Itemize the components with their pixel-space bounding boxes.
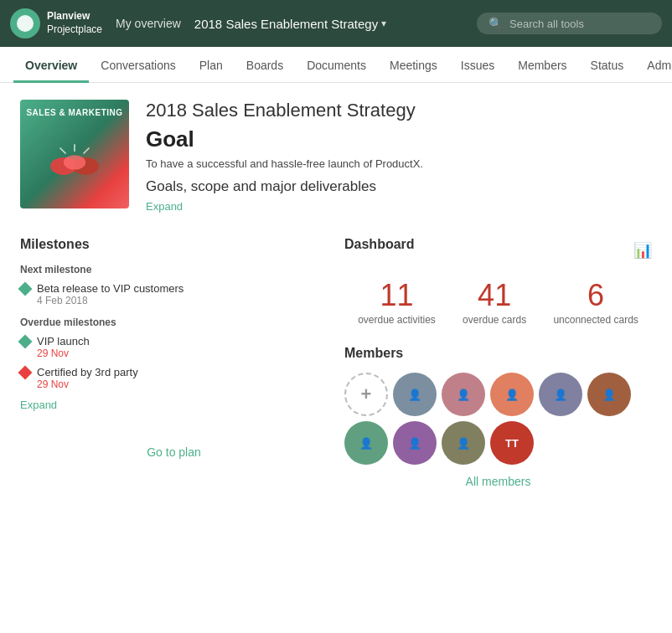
project-selector-label: 2018 Sales Enablement Strategy [194, 17, 378, 31]
milestone-diamond-green [18, 282, 33, 296]
milestone-diamond-green-2 [18, 335, 33, 349]
go-to-plan-link[interactable]: Go to plan [20, 445, 328, 459]
avatars-grid: + 👤 👤 👤 👤 👤 [344, 373, 652, 465]
dashboard-header: Dashboard 📊 [344, 237, 652, 264]
avatar-face-1: 👤 [408, 389, 421, 401]
avatar-face-4: 👤 [554, 389, 567, 401]
next-milestone-date: 4 Feb 2018 [37, 295, 184, 306]
avatar-face-5: 👤 [602, 389, 616, 401]
overdue-milestone-1-date: 29 Nov [37, 347, 90, 359]
svg-line-4 [60, 148, 66, 154]
overdue-milestone-2-date: 29 Nov [37, 378, 138, 390]
top-bar: Planview Projectplace My overview 2018 S… [0, 0, 672, 47]
milestones-expand-link[interactable]: Expand [20, 399, 57, 411]
tab-boards[interactable]: Boards [235, 47, 295, 82]
stat-overdue-activities-number: 11 [358, 280, 436, 311]
stat-unconnected-cards: 6 unconnected cards [553, 280, 638, 326]
project-image-label: SALES & MARKETING [20, 108, 129, 117]
avatar-face-3: 👤 [505, 389, 519, 401]
tab-administration[interactable]: Administration [635, 47, 672, 82]
member-avatar-2[interactable]: 👤 [442, 373, 485, 416]
stat-overdue-cards: 41 overdue cards [463, 280, 526, 326]
member-avatar-4[interactable]: 👤 [539, 373, 582, 416]
overdue-milestone-2: Certified by 3rd party 29 Nov [20, 366, 328, 390]
member-avatar-3[interactable]: 👤 [490, 373, 534, 416]
member-avatar-6[interactable]: 👤 [344, 421, 388, 465]
project-info: 2018 Sales Enablement Strategy Goal To h… [146, 100, 652, 214]
svg-point-2 [64, 155, 85, 170]
tab-documents[interactable]: Documents [295, 47, 378, 82]
stat-overdue-activities: 11 overdue activities [358, 280, 436, 326]
right-col: Dashboard 📊 11 overdue activities 41 ove… [344, 237, 652, 488]
goal-description: To have a successful and hassle-free lau… [146, 157, 652, 170]
tab-meetings[interactable]: Meetings [378, 47, 449, 82]
tab-status[interactable]: Status [579, 47, 636, 82]
member-avatar-1[interactable]: 👤 [393, 373, 437, 416]
goals-subheading: Goals, scope and major deliverables [146, 178, 652, 195]
tab-overview[interactable]: Overview [13, 47, 89, 82]
add-member-button[interactable]: + [344, 373, 388, 416]
tab-conversations[interactable]: Conversations [89, 47, 188, 82]
all-members-link[interactable]: All members [344, 475, 652, 488]
stat-overdue-cards-number: 41 [463, 280, 526, 311]
members-section: Members + 👤 👤 👤 👤 [344, 346, 652, 488]
chart-icon[interactable]: 📊 [633, 241, 652, 260]
overdue-milestone-1: VIP launch 29 Nov [20, 335, 328, 359]
member-avatar-tt[interactable]: TT [490, 421, 534, 465]
expand-link[interactable]: Expand [146, 200, 183, 213]
goal-heading: Goal [146, 126, 652, 152]
project-header: SALES & MARKETING 2018 Sales Enablement … [20, 100, 652, 214]
logo-icon [10, 8, 40, 39]
logo-text: Planview Projectplace [47, 10, 102, 36]
search-bar[interactable]: 🔍 [477, 13, 662, 34]
dashboard-title: Dashboard [344, 237, 415, 252]
overdue-milestone-1-name: VIP launch [37, 335, 90, 347]
two-col-layout: Milestones Next milestone Beta release t… [20, 237, 652, 488]
member-avatar-7[interactable]: 👤 [393, 421, 437, 465]
chevron-down-icon: ▾ [381, 18, 386, 29]
avatar-face-2: 👤 [457, 389, 470, 401]
project-title: 2018 Sales Enablement Strategy [146, 100, 652, 121]
avatar-initials-tt: TT [505, 437, 519, 450]
stats-row: 11 overdue activities 41 overdue cards 6… [344, 280, 652, 326]
my-overview-link[interactable]: My overview [116, 17, 181, 30]
members-title: Members [344, 346, 652, 361]
next-milestone-item: Beta release to VIP customers 4 Feb 2018 [20, 282, 328, 306]
svg-line-5 [84, 148, 90, 154]
next-milestone-name: Beta release to VIP customers [37, 282, 184, 295]
avatar-face-7: 👤 [408, 437, 421, 450]
milestones-section: Milestones Next milestone Beta release t… [20, 237, 328, 488]
avatar-face-8: 👤 [457, 437, 470, 450]
logo-area[interactable]: Planview Projectplace [10, 8, 102, 39]
search-input[interactable] [509, 18, 650, 30]
member-avatar-5[interactable]: 👤 [587, 373, 631, 416]
member-avatar-8[interactable]: 👤 [442, 421, 485, 465]
overdue-milestones-label: Overdue milestones [20, 316, 328, 328]
tab-issues[interactable]: Issues [449, 47, 506, 82]
milestone-diamond-red [18, 366, 33, 380]
search-icon: 🔍 [488, 17, 503, 30]
next-milestone-label: Next milestone [20, 264, 328, 275]
project-image: SALES & MARKETING [20, 100, 129, 208]
tab-plan[interactable]: Plan [188, 47, 235, 82]
main-content: SALES & MARKETING 2018 Sales Enablement … [0, 83, 672, 505]
project-thumbnail-svg [45, 133, 104, 192]
stat-unconnected-cards-number: 6 [553, 280, 638, 311]
milestones-title: Milestones [20, 237, 328, 252]
overdue-milestone-2-name: Certified by 3rd party [37, 366, 138, 378]
avatar-face-6: 👤 [359, 437, 373, 450]
stat-overdue-cards-label: overdue cards [463, 314, 526, 326]
stat-unconnected-cards-label: unconnected cards [553, 314, 638, 326]
project-selector[interactable]: 2018 Sales Enablement Strategy ▾ [194, 17, 386, 31]
tab-bar: Overview Conversations Plan Boards Docum… [0, 47, 672, 83]
tab-members[interactable]: Members [506, 47, 578, 82]
stat-overdue-activities-label: overdue activities [358, 314, 436, 326]
